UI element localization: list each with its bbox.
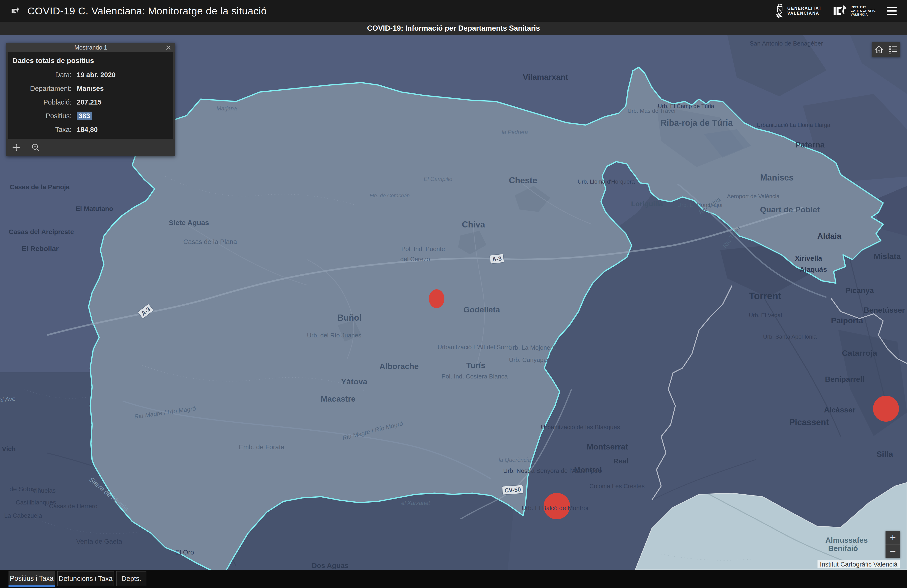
icv-logo-icon: [833, 5, 848, 17]
map-label: Xirivella: [795, 254, 822, 262]
map-label: Macastre: [320, 394, 356, 403]
bottom-tabbar: Positius i Taxa Defuncions i Taxa Depts.: [0, 570, 907, 588]
map-label: Colonia Les Crestes: [590, 483, 645, 490]
popup-content: Dades totals de positius Data: 19 abr. 2…: [8, 52, 173, 139]
map-label: Urb. El Montmajor: [677, 202, 723, 208]
popup-row-poblacio: Població: 207.215: [13, 98, 171, 106]
map-label: Urb. La Mojonera: [508, 344, 556, 351]
zoom-to-icon[interactable]: [31, 143, 40, 152]
field-value: 383: [77, 112, 92, 120]
field-label: Departament:: [13, 85, 72, 93]
map-label: Pol. Ind. Costera Blanca: [442, 373, 508, 380]
map-label: El Matutano: [76, 205, 113, 213]
map-label: de Sotos: [10, 485, 36, 493]
field-value: 207.215: [77, 98, 101, 106]
legend-list-icon: [888, 45, 898, 54]
field-value: 184,80: [77, 126, 98, 134]
map-label: Urb. El Balcó de Montroi: [522, 505, 588, 511]
map-label: Beniparrell: [825, 375, 864, 383]
map-label: del Cerezo: [400, 256, 430, 263]
icv-mini-logo-icon: [11, 7, 20, 15]
gv-logo-line2: VALENCIANA: [787, 11, 822, 16]
home-button[interactable]: [872, 42, 886, 57]
icv-logo: INSTITUT CARTOGRÀFIC VALENCIÀ: [833, 5, 876, 17]
map-label: El Rebollar: [22, 245, 59, 252]
zoom-in-button[interactable]: +: [886, 531, 900, 544]
popup-row-positius: Positius: 383: [13, 112, 171, 120]
map-label: Manises: [760, 173, 794, 182]
icv-logo-line3: VALENCIÀ: [851, 13, 876, 16]
map-label: Casas de la Plana: [183, 238, 237, 245]
map-label: la Pedrera: [502, 129, 528, 135]
map-label: Casas de Herrero: [49, 503, 97, 510]
popup-row-departament: Departament: Manises: [13, 85, 171, 93]
map-label: Catarroja: [842, 348, 877, 358]
map-label: Venta de Gaeta: [76, 538, 122, 545]
map-banner: COVID-19: Informació per Departaments Sa…: [0, 22, 907, 35]
svg-text:A-3: A-3: [492, 255, 502, 263]
popup-header-title: Mostrando 1: [74, 44, 107, 51]
map-label: Chiva: [462, 220, 485, 229]
popup-row-taxa: Taxa: 184,80: [13, 126, 171, 134]
zoom-out-button[interactable]: −: [886, 545, 900, 558]
map-label: Fte. de Corachán: [370, 193, 410, 198]
map-label: Urb. Lloma d'Horquera: [578, 178, 635, 185]
map-label: Aeroport de València: [727, 193, 780, 200]
map-label: Urb. del Río Juanes: [307, 332, 361, 339]
field-label: Població:: [13, 98, 72, 106]
highlighted-value[interactable]: 383: [77, 112, 92, 120]
map-label: Urb. Nostra Senyora de l'Assumpció: [503, 467, 602, 474]
map-label: Silla: [877, 449, 893, 459]
map-label: La Cabezuela: [4, 512, 42, 519]
svg-text:CV-50: CV-50: [504, 486, 521, 494]
map-label: Vich: [2, 445, 16, 452]
map-label: Riba-roja de Túria: [660, 118, 733, 128]
map-label: Paterna: [795, 140, 825, 149]
map-label: Picanya: [845, 286, 874, 295]
gv-crest-icon: [776, 3, 784, 18]
map-label: Urb. Canyapar: [509, 356, 549, 363]
popup-row-data: Data: 19 abr. 2020: [13, 71, 171, 79]
map-label: Pol. Ind. Puente: [401, 245, 445, 252]
map-label: Alcàsser: [824, 406, 855, 414]
map-label: Emb. de Forata: [239, 443, 285, 451]
covid-marker-dot[interactable]: [873, 396, 899, 422]
map-label: la Querència: [499, 457, 531, 463]
map-label: Urbanització La Lloma Llarga: [756, 122, 830, 128]
map-label: Benifaió: [828, 544, 858, 553]
tab-defuncions-i-taxa[interactable]: Defuncions i Taxa: [58, 571, 114, 586]
road-badge: CV-50: [502, 485, 523, 495]
map-label: Godelleta: [463, 305, 500, 314]
icv-logo-line1: INSTITUT: [851, 5, 876, 9]
icv-logo-line2: CARTOGRÀFIC: [851, 9, 876, 13]
map-label: Marjana: [216, 105, 237, 112]
tab-positius-i-taxa[interactable]: Positius i Taxa: [8, 571, 55, 587]
map-label: Cheste: [509, 176, 537, 185]
map-label: Urb. El Vedat: [749, 312, 782, 318]
map-label: Almussafes: [825, 536, 868, 544]
close-icon[interactable]: [165, 44, 172, 51]
popup-footer: [6, 139, 175, 156]
tab-depts[interactable]: Depts.: [116, 571, 146, 586]
map-label: Alborache: [380, 362, 419, 371]
map-label: Real: [613, 457, 628, 465]
map-label: Vilamarxant: [523, 72, 568, 81]
map-banner-title: COVID-19: Informació per Departaments Sa…: [367, 24, 540, 33]
field-label: Positius:: [13, 112, 72, 120]
popup-header[interactable]: Mostrando 1: [6, 43, 175, 52]
pan-move-icon[interactable]: [11, 143, 21, 152]
road-badge: A-3: [489, 254, 504, 264]
map-label: Aldaia: [817, 232, 841, 240]
map-label: Montserrat: [587, 442, 628, 451]
covid-marker-dot[interactable]: [429, 289, 444, 308]
legend-button[interactable]: [886, 42, 900, 57]
field-value: Manises: [77, 85, 104, 93]
map-label: Urb. Santa Apol·lònia: [763, 333, 817, 340]
map-label: Picassent: [789, 417, 829, 427]
map-label: Urbanització de les Blasques: [541, 423, 620, 431]
field-label: Data:: [13, 71, 72, 79]
map-label: El Campillo: [424, 176, 452, 182]
field-value: 19 abr. 2020: [77, 71, 115, 79]
map-label: Yátova: [341, 377, 368, 386]
menu-hamburger-icon[interactable]: [887, 7, 897, 15]
